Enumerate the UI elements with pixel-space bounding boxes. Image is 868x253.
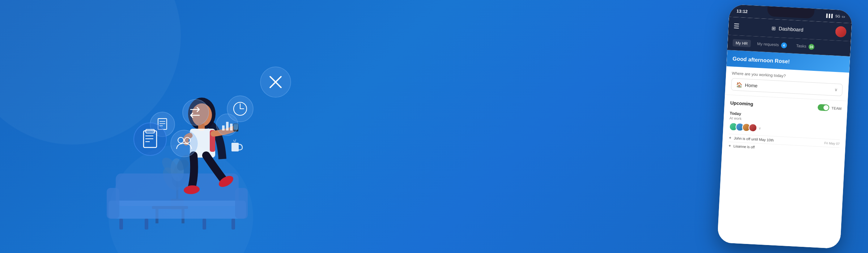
absence-left-1: ✦ John is off until May 10th bbox=[728, 136, 774, 143]
absence-date-1: Fri May 07 bbox=[824, 141, 840, 145]
location-value: Home bbox=[745, 82, 757, 89]
toggle-knob bbox=[824, 105, 829, 111]
mini-avatar-4 bbox=[748, 123, 757, 132]
tab-my-requests[interactable]: My requests 4 bbox=[754, 39, 790, 50]
network-type: 5G bbox=[835, 14, 841, 18]
app-title-wrap: ⊞ Dashboard bbox=[771, 25, 804, 33]
absence-icon-2: ✦ bbox=[728, 143, 732, 148]
absence-left-2: ✦ Lisanne is off bbox=[728, 143, 755, 150]
toggle-label: TEAM bbox=[831, 106, 842, 110]
absence-text-2: Lisanne is off bbox=[733, 144, 755, 149]
avatar[interactable] bbox=[835, 26, 847, 38]
location-dropdown[interactable]: 🏠 Home ∨ bbox=[731, 78, 843, 96]
phone-mockup: 13:12 ▌▌▌ 5G ▭ ☰ ⊞ Dashboard My HR My re… bbox=[717, 4, 852, 249]
app-title: Dashboard bbox=[779, 26, 804, 33]
upcoming-header: Upcoming TEAM bbox=[730, 99, 842, 112]
tab-my-hr[interactable]: My HR bbox=[732, 39, 751, 47]
phone-content: ☰ ⊞ Dashboard My HR My requests 4 Tasks … bbox=[717, 17, 852, 249]
tasks-badge: 16 bbox=[808, 44, 814, 50]
hamburger-icon[interactable]: ☰ bbox=[733, 22, 740, 30]
avatar-image bbox=[835, 26, 847, 38]
absence-icon-1: ✦ bbox=[728, 136, 732, 140]
signal-icon: ▌▌▌ bbox=[826, 14, 834, 18]
status-icons: ▌▌▌ 5G ▭ bbox=[826, 14, 845, 19]
requests-badge: 4 bbox=[781, 42, 787, 48]
toggle-wrap: TEAM bbox=[818, 104, 842, 112]
chevron-down-icon: ∨ bbox=[834, 87, 838, 92]
battery-icon: ▭ bbox=[842, 14, 845, 18]
grid-icon: ⊞ bbox=[771, 25, 776, 31]
greeting-text: Good afternoon Rose! bbox=[732, 55, 844, 67]
toggle-switch[interactable] bbox=[818, 104, 830, 111]
today-chevron-icon[interactable]: ∨ bbox=[758, 126, 761, 130]
absence-text-1: John is off until May 10th bbox=[734, 136, 774, 142]
home-icon: 🏠 bbox=[736, 82, 742, 88]
location-left: 🏠 Home bbox=[736, 82, 757, 89]
status-time: 13:12 bbox=[736, 8, 748, 14]
tab-tasks[interactable]: Tasks 16 bbox=[793, 41, 817, 51]
today-section: Today At work ∨ ✦ John is off until May … bbox=[722, 111, 847, 156]
upcoming-title: Upcoming bbox=[730, 100, 753, 107]
